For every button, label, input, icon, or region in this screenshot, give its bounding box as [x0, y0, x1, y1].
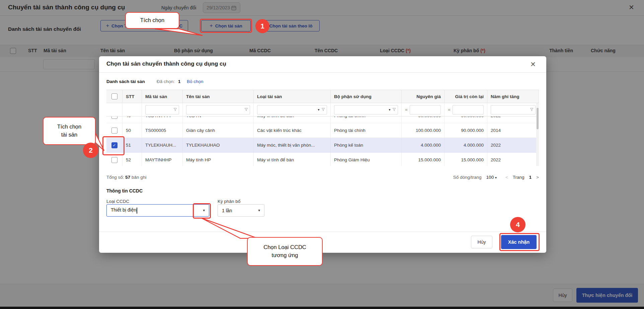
table-row[interactable]: 49 TSDTNTTTT TSDTN Máy vi tính để bàn Ph… [106, 117, 539, 123]
select-all-checkbox[interactable] [111, 93, 117, 99]
scrollbar-thumb[interactable] [537, 108, 539, 129]
modal-footer-divider [99, 232, 546, 232]
selected-count-label: Đã chọn: [157, 79, 175, 84]
row-checkbox[interactable] [111, 128, 117, 134]
remaining-filter-input[interactable] [453, 105, 484, 114]
filter-icon[interactable] [530, 107, 534, 112]
ccdc-type-value: Thiết bị điện [111, 207, 136, 213]
modal-cancel-button[interactable]: Hủy [471, 236, 492, 248]
asset-code-filter-input[interactable] [145, 105, 179, 114]
close-icon[interactable]: ✕ [530, 60, 536, 68]
table-row-selected[interactable]: ✓ 51 TYLEKHAUH... TYLEKHAUHAO Máy móc, t… [106, 138, 539, 153]
step-badge-4: 4 [510, 217, 526, 232]
col-asset-code: Mã tài sản [142, 90, 183, 103]
equals-operator[interactable]: = [405, 107, 408, 112]
chevron-down-icon: ▾ [389, 108, 391, 111]
table-scrollbar[interactable] [536, 103, 539, 166]
step-badge-1: 1 [255, 19, 269, 33]
allocation-period-label: Kỳ phân bổ [218, 199, 240, 204]
step-badge-2: 2 [83, 143, 98, 158]
callout-tail [152, 28, 206, 37]
department-filter-select[interactable]: ▾ [334, 105, 398, 114]
selected-count-value: 1 [178, 79, 181, 84]
page-label: Trang [513, 175, 525, 180]
chevron-down-icon: ▾ [258, 208, 260, 213]
allocation-period-select[interactable]: 1 lần ▾ [218, 204, 264, 217]
pagination: Số dòng/trang 100 ▾ < Trang 1 > [422, 175, 539, 180]
asset-type-filter-select[interactable]: ▾ [257, 105, 327, 114]
table-row[interactable]: 50 TS000005 Giàn cây cảnh Các vật kiến t… [106, 123, 539, 138]
col-year-recorded: Năm ghi tăng [487, 90, 539, 103]
callout-choose-ccdc-type: Chọn Loại CCDC tương ứng [247, 237, 323, 266]
filter-icon[interactable] [173, 107, 177, 112]
total-records: Tổng số: 57 bản ghi [106, 175, 146, 180]
row-checkbox[interactable] [111, 157, 117, 163]
col-asset-type: Loại tài sản [254, 90, 331, 103]
callout-tail [200, 217, 259, 239]
select-asset-modal: Chọn tài sản chuyển thành công cụ dụng c… [99, 56, 546, 253]
highlight-box-select-asset [200, 19, 252, 33]
col-department: Bộ phận sử dụng [331, 90, 402, 103]
filter-icon[interactable] [244, 107, 248, 112]
modal-title: Chọn tài sản chuyển thành công cụ dụng c… [106, 61, 226, 67]
cost-filter-input[interactable] [410, 105, 441, 114]
row-checkbox[interactable] [111, 117, 117, 119]
prev-page-icon[interactable]: < [505, 175, 508, 180]
table-row[interactable]: 52 MAYTINHHP Máy tính HP Máy vi tính để … [106, 153, 539, 166]
text-cursor [137, 208, 137, 214]
col-asset-name: Tên tài sản [183, 90, 254, 103]
callout-tick-select-asset: Tích chọn tài sản [43, 117, 96, 145]
per-page-label: Số dòng/trang [453, 175, 482, 180]
asset-name-filter-input[interactable] [186, 105, 250, 114]
next-page-icon[interactable]: > [536, 175, 539, 180]
modal-list-label: Danh sách tài sản [106, 79, 145, 84]
filter-icon[interactable] [321, 107, 325, 112]
highlight-box-row-checkbox [102, 136, 125, 155]
modal-table-filter-row: ▾ ▾ = = [106, 103, 539, 117]
ccdc-type-label: Loại CCDC [106, 199, 129, 204]
equals-operator[interactable]: = [448, 107, 451, 112]
col-remaining-value: Giá trị còn lại [445, 90, 487, 103]
per-page-select[interactable]: 100 ▾ [486, 175, 497, 180]
highlight-box-ccdc-caret [193, 203, 211, 219]
col-original-cost: Nguyên giá [402, 90, 445, 103]
col-stt: STT [123, 90, 142, 103]
year-filter-input[interactable] [491, 105, 536, 114]
deselect-link[interactable]: Bỏ chọn [187, 79, 204, 84]
modal-asset-table: STT Mã tài sản Tên tài sản Loại tài sản … [106, 90, 539, 166]
modal-table-body: 49 TSDTNTTTT TSDTN Máy vi tính để bàn Ph… [106, 117, 539, 166]
current-page: 1 [529, 175, 532, 180]
filter-icon[interactable] [392, 107, 396, 112]
callout-tick-select: Tích chọn [125, 12, 179, 29]
ccdc-section-title: Thông tin CCDC [106, 188, 143, 194]
chevron-down-icon: ▾ [318, 108, 320, 111]
modal-table-header-row: STT Mã tài sản Tên tài sản Loại tài sản … [106, 90, 539, 103]
allocation-period-value: 1 lần [222, 208, 232, 213]
chevron-down-icon: ▾ [495, 176, 497, 179]
highlight-box-confirm [499, 233, 540, 251]
